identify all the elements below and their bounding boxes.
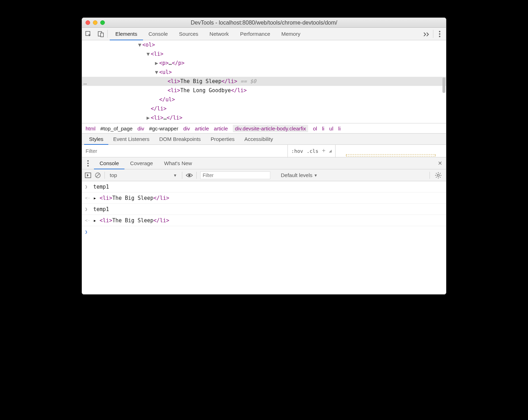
inspect-element-icon[interactable]: [82, 28, 95, 40]
log-levels-selector[interactable]: Default levels ▼: [281, 172, 318, 178]
dropdown-caret-icon: ▼: [173, 173, 177, 177]
dom-node-row[interactable]: ▼<ol>: [82, 40, 446, 49]
context-label: top: [110, 172, 117, 178]
main-tabs: ElementsConsoleSourcesNetworkPerformance…: [108, 28, 420, 40]
console-sidebar-toggle-icon[interactable]: [85, 172, 91, 178]
drawer-tabs: ConsoleCoverageWhat's New: [94, 157, 198, 169]
execution-context-selector[interactable]: top ▼: [108, 172, 178, 178]
svg-line-11: [96, 174, 100, 177]
svg-point-6: [87, 160, 89, 162]
breadcrumb-item[interactable]: div.devsite-article-body.clearfix: [233, 125, 308, 132]
svg-point-8: [87, 165, 89, 167]
live-expression-eye-icon[interactable]: [186, 173, 193, 178]
console-filter-input[interactable]: [200, 171, 270, 179]
cls-toggle[interactable]: .cls: [307, 148, 319, 154]
console-settings-gear-icon[interactable]: [433, 172, 443, 178]
dom-node-row[interactable]: </li>: [82, 104, 446, 113]
console-row[interactable]: ❯temp1: [82, 181, 446, 192]
expand-corner-icon: [329, 150, 332, 153]
new-style-rule-icon[interactable]: +: [322, 147, 325, 155]
svg-line-21: [440, 173, 441, 174]
tab-memory[interactable]: Memory: [276, 28, 306, 40]
dom-node-row[interactable]: <li>The Big Sleep</li> == $0: [82, 77, 446, 86]
levels-label: Default levels: [281, 172, 312, 178]
breadcrumb-item[interactable]: html: [86, 126, 95, 131]
styles-tab-styles[interactable]: Styles: [84, 134, 108, 145]
dashed-placeholder: [346, 154, 435, 156]
styles-toggle-buttons: :hov .cls +: [288, 145, 336, 157]
console-row[interactable]: ❯temp1: [82, 204, 446, 215]
main-tabbar: ElementsConsoleSourcesNetworkPerformance…: [82, 28, 446, 40]
svg-rect-2: [101, 33, 103, 37]
breadcrumb-item[interactable]: article: [214, 126, 228, 131]
drawer-kebab-menu-icon[interactable]: [82, 157, 94, 169]
dom-node-row[interactable]: <li>The Long Goodbye</li>: [82, 86, 446, 95]
scrollbar-thumb[interactable]: [442, 77, 445, 93]
titlebar: DevTools - localhost:8080/web/tools/chro…: [82, 18, 446, 28]
breadcrumb-item[interactable]: div: [137, 126, 144, 131]
separator: [104, 172, 105, 179]
drawer-tab-coverage[interactable]: Coverage: [124, 157, 158, 169]
dom-node-row[interactable]: ▶<p>…</p>: [82, 59, 446, 68]
breadcrumb-item[interactable]: ol: [313, 126, 317, 131]
dom-node-row[interactable]: </ul>: [82, 95, 446, 104]
svg-point-13: [437, 174, 439, 176]
console-toolbar: top ▼ Default levels ▼: [82, 169, 446, 181]
styles-filter-bar: :hov .cls +: [82, 145, 446, 157]
breadcrumb-item[interactable]: li: [322, 126, 324, 131]
window-title: DevTools - localhost:8080/web/tools/chro…: [82, 20, 446, 26]
breadcrumb-item[interactable]: ul: [329, 126, 333, 131]
tab-console[interactable]: Console: [143, 28, 174, 40]
dom-breadcrumb: html#top_of_pagediv#gc-wrapperdivarticle…: [82, 123, 446, 134]
separator: [429, 172, 430, 179]
hov-toggle[interactable]: :hov: [291, 148, 303, 154]
kebab-menu-icon[interactable]: [433, 28, 446, 40]
svg-point-4: [439, 33, 440, 35]
console-output[interactable]: ❯temp1<·▸ <li>The Big Sleep</li>❯temp1<·…: [82, 181, 446, 294]
tab-sources[interactable]: Sources: [174, 28, 204, 40]
breadcrumb-item[interactable]: div: [183, 126, 190, 131]
styles-tab-dom-breakpoints[interactable]: DOM Breakpoints: [154, 134, 205, 144]
drawer-tab-console[interactable]: Console: [94, 157, 124, 169]
breadcrumb-item[interactable]: article: [195, 126, 209, 131]
drawer-close-icon[interactable]: ×: [434, 157, 446, 169]
svg-point-12: [188, 174, 190, 176]
svg-point-3: [439, 31, 440, 32]
console-row[interactable]: <·▸ <li>The Big Sleep</li>: [82, 192, 446, 204]
svg-line-18: [436, 173, 437, 174]
separator: [182, 172, 182, 179]
selected-row-gutter-icon[interactable]: …: [83, 78, 87, 87]
tab-elements[interactable]: Elements: [110, 28, 143, 40]
breadcrumb-item[interactable]: #top_of_page: [100, 126, 133, 131]
styles-tab-properties[interactable]: Properties: [206, 134, 239, 144]
styles-preview-area: [336, 145, 446, 157]
styles-filter-input[interactable]: [82, 145, 288, 157]
device-toggle-icon[interactable]: [95, 28, 107, 40]
styles-tab-accessibility[interactable]: Accessibility: [239, 134, 278, 144]
svg-line-19: [440, 177, 441, 177]
styles-tab-event-listeners[interactable]: Event Listeners: [108, 134, 154, 144]
drawer-tabbar: ConsoleCoverageWhat's New ×: [82, 157, 446, 169]
svg-point-5: [439, 36, 440, 37]
separator: [196, 172, 197, 179]
more-tabs-icon[interactable]: [420, 28, 433, 40]
clear-console-icon[interactable]: [95, 172, 101, 178]
svg-point-7: [87, 163, 89, 164]
console-prompt[interactable]: ❯: [82, 226, 446, 237]
devtools-window: DevTools - localhost:8080/web/tools/chro…: [82, 18, 446, 294]
breadcrumb-item[interactable]: #gc-wrapper: [149, 126, 178, 131]
console-row[interactable]: <·▸ <li>The Big Sleep</li>: [82, 215, 446, 226]
tab-network[interactable]: Network: [204, 28, 235, 40]
dom-node-row[interactable]: ▼<ul>: [82, 68, 446, 77]
svg-line-20: [436, 177, 437, 177]
breadcrumb-item[interactable]: li: [338, 126, 341, 131]
styles-tabbar: StylesEvent ListenersDOM BreakpointsProp…: [82, 134, 446, 145]
tab-performance[interactable]: Performance: [235, 28, 276, 40]
dom-node-row[interactable]: ▼<li>: [82, 49, 446, 59]
dom-node-row[interactable]: ▶<li>…</li>: [82, 113, 446, 122]
drawer-tab-what-s-new[interactable]: What's New: [158, 157, 198, 169]
dropdown-caret-icon: ▼: [314, 173, 318, 177]
elements-dom-tree[interactable]: ▼<ol>▼<li>▶<p>…</p>▼<ul>…<li>The Big Sle…: [82, 40, 446, 123]
